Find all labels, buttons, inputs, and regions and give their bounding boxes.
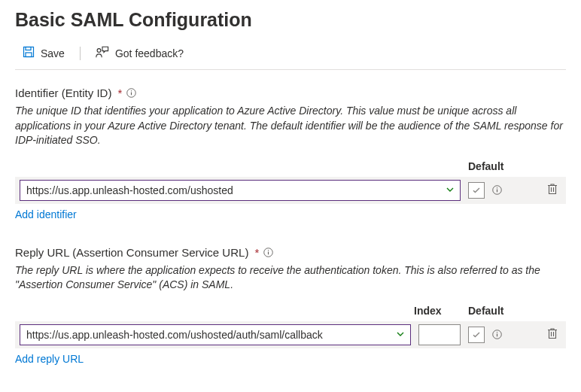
info-icon[interactable] <box>492 185 502 195</box>
col-header-default: Default <box>464 160 566 172</box>
required-asterisk: * <box>117 87 122 99</box>
reply-url-row <box>15 321 566 348</box>
reply-url-help-text: The reply URL is where the application e… <box>15 263 566 293</box>
svg-rect-6 <box>131 90 132 91</box>
svg-rect-8 <box>497 190 497 193</box>
col-header-default: Default <box>464 305 566 317</box>
reply-url-label: Reply URL (Assertion Consumer Service UR… <box>15 246 566 259</box>
required-asterisk: * <box>254 246 259 259</box>
col-header-index: Index <box>414 305 464 317</box>
info-icon[interactable] <box>263 248 273 257</box>
svg-point-3 <box>97 49 101 53</box>
reply-url-index-input[interactable] <box>418 324 461 345</box>
command-bar: Save Got feedback? <box>15 43 566 63</box>
reply-url-column-headers: Index Default <box>15 305 566 317</box>
svg-rect-11 <box>268 251 269 254</box>
save-icon <box>23 46 35 60</box>
delete-icon[interactable] <box>547 327 558 342</box>
svg-rect-5 <box>131 93 132 96</box>
svg-rect-14 <box>497 334 497 337</box>
identifier-row <box>15 177 566 204</box>
save-button[interactable]: Save <box>15 43 72 63</box>
reply-url-input[interactable] <box>20 324 411 345</box>
reply-url-label-text: Reply URL (Assertion Consumer Service UR… <box>15 246 248 259</box>
identifier-label-text: Identifier (Entity ID) <box>15 87 111 99</box>
save-label: Save <box>41 47 65 59</box>
got-feedback-button[interactable]: Got feedback? <box>88 43 191 63</box>
identifier-label: Identifier (Entity ID) * <box>15 87 566 99</box>
svg-rect-1 <box>26 47 31 50</box>
toolbar-separator <box>80 47 81 60</box>
identifier-section: Identifier (Entity ID) * The unique ID t… <box>15 87 566 220</box>
person-feedback-icon <box>96 46 109 60</box>
svg-rect-9 <box>497 188 497 189</box>
info-icon[interactable] <box>492 330 502 339</box>
reply-url-default-checkbox[interactable] <box>468 327 485 343</box>
page-title: Basic SAML Configuration <box>15 9 566 31</box>
add-identifier-link[interactable]: Add identifier <box>15 208 77 220</box>
identifier-input-wrapper <box>20 180 461 201</box>
svg-rect-15 <box>497 333 497 333</box>
delete-icon[interactable] <box>547 183 558 197</box>
toolbar-divider <box>15 69 566 70</box>
identifier-input[interactable] <box>20 180 461 201</box>
svg-rect-12 <box>268 250 269 251</box>
reply-url-input-wrapper <box>20 324 411 345</box>
svg-rect-2 <box>26 53 32 57</box>
identifier-help-text: The unique ID that identifies your appli… <box>15 104 566 148</box>
info-icon[interactable] <box>126 88 136 98</box>
add-reply-url-link[interactable]: Add reply URL <box>15 353 84 365</box>
feedback-label: Got feedback? <box>115 47 184 59</box>
identifier-default-checkbox[interactable] <box>468 182 485 199</box>
reply-url-section: Reply URL (Assertion Consumer Service UR… <box>15 246 566 365</box>
identifier-column-headers: Default <box>15 160 566 172</box>
